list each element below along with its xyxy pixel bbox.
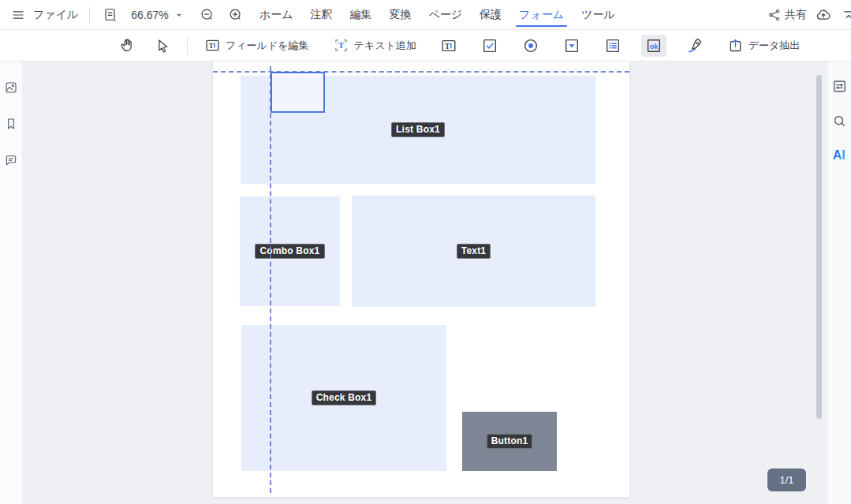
checkbox-field-icon (481, 37, 498, 54)
tab-page[interactable]: ページ (428, 1, 462, 28)
file-menu[interactable]: ファイル (33, 8, 78, 22)
signature-field-icon (686, 37, 704, 54)
zoom-level-value[interactable]: 66.67% (131, 9, 168, 21)
share-label: 共有 (785, 8, 807, 22)
select-tool-button[interactable] (151, 35, 174, 56)
data-extract-icon (727, 37, 744, 54)
properties-panel-icon[interactable] (832, 79, 846, 93)
combobox-field-icon (563, 37, 580, 54)
form-field-checkbox[interactable]: Check Box1 (241, 325, 446, 471)
right-panel-bar: AI (827, 62, 851, 504)
signature-field-tool[interactable] (682, 35, 707, 57)
form-field-text[interactable]: Text1 (352, 196, 595, 307)
form-field-combobox[interactable]: Combo Box1 (240, 196, 340, 306)
button-field-icon: ok (645, 37, 663, 54)
tab-comment[interactable]: 注釈 (310, 1, 332, 28)
form-field-button[interactable]: Button1 (462, 412, 557, 471)
listbox-field-icon (604, 37, 621, 54)
add-text-label: テキスト追加 (354, 39, 416, 53)
hand-tool-button[interactable] (115, 35, 140, 56)
listbox-field-tool[interactable] (600, 35, 625, 57)
zoom-dropdown-caret-icon[interactable] (174, 6, 185, 24)
field-label-badge: List Box1 (391, 122, 445, 137)
comment-panel-icon[interactable] (4, 153, 18, 167)
divider (89, 7, 90, 23)
bookmark-panel-icon[interactable] (4, 117, 18, 131)
text-field-tool[interactable]: T (436, 35, 461, 57)
combobox-field-tool[interactable] (559, 35, 584, 57)
share-button[interactable]: 共有 (767, 8, 807, 22)
main-area: List Box1 Combo Box1 Text1 Check Box1 Bu… (0, 62, 851, 504)
data-extract-button[interactable]: データ抽出 (723, 35, 804, 56)
save-document-icon[interactable] (101, 6, 118, 24)
ribbon-tabs: ホーム 注釈 編集 変換 ページ 保護 フォーム ツール (251, 1, 624, 28)
svg-text:T: T (209, 42, 214, 50)
data-extract-label: データ抽出 (748, 39, 801, 53)
cloud-upload-icon[interactable] (815, 6, 832, 24)
field-label-badge: Button1 (487, 434, 533, 449)
checkbox-field-tool[interactable] (477, 35, 502, 57)
hand-tool-icon (119, 37, 136, 54)
tab-convert[interactable]: 変換 (389, 1, 411, 28)
select-cursor-icon (155, 38, 170, 54)
add-text-icon: T (333, 37, 349, 54)
vertical-scrollbar[interactable] (816, 75, 822, 419)
field-label-badge: Combo Box1 (255, 244, 324, 259)
form-toolbar: T フィールドを編集 T テキスト追加 T ok データ抽出 (0, 30, 851, 62)
hamburger-menu-icon[interactable] (9, 6, 27, 24)
edit-fields-button[interactable]: T フィールドを編集 (200, 35, 313, 56)
tab-form[interactable]: フォーム (519, 1, 564, 28)
field-label-badge: Check Box1 (312, 390, 377, 405)
radio-field-tool[interactable] (518, 35, 543, 57)
left-panel-bar (0, 62, 22, 504)
zoom-out-icon[interactable] (199, 6, 216, 24)
text-field-icon: T (440, 37, 457, 54)
svg-text:T: T (445, 41, 450, 50)
tab-home[interactable]: ホーム (259, 1, 293, 28)
topbar-right-actions: 共有 (767, 6, 851, 24)
top-menu-bar: ファイル 66.67% ホーム 注釈 編集 変換 ページ 保護 フォーム ツール… (0, 0, 851, 30)
svg-text:T: T (338, 40, 344, 50)
tab-protect[interactable]: 保護 (480, 1, 502, 28)
button-field-tool[interactable]: ok (641, 35, 666, 57)
field-label-badge: Text1 (457, 244, 491, 259)
divider (187, 38, 188, 54)
search-icon[interactable] (832, 114, 846, 128)
add-text-button[interactable]: T テキスト追加 (329, 35, 420, 56)
edit-field-icon: T (204, 37, 221, 54)
svg-text:ok: ok (649, 42, 659, 50)
page-indicator: 1/1 (767, 469, 806, 491)
field-drawing-rect[interactable] (271, 72, 325, 113)
document-canvas[interactable]: List Box1 Combo Box1 Text1 Check Box1 Bu… (22, 62, 827, 504)
edit-fields-label: フィールドを編集 (226, 39, 309, 53)
thumbnail-panel-icon[interactable] (4, 80, 18, 95)
radio-field-icon (522, 37, 539, 54)
zoom-in-icon[interactable] (227, 6, 244, 24)
ai-assistant-button[interactable]: AI (833, 148, 845, 162)
collapse-toolbar-icon[interactable] (840, 6, 851, 24)
tab-edit[interactable]: 編集 (349, 1, 371, 28)
tab-tools[interactable]: ツール (581, 1, 615, 28)
